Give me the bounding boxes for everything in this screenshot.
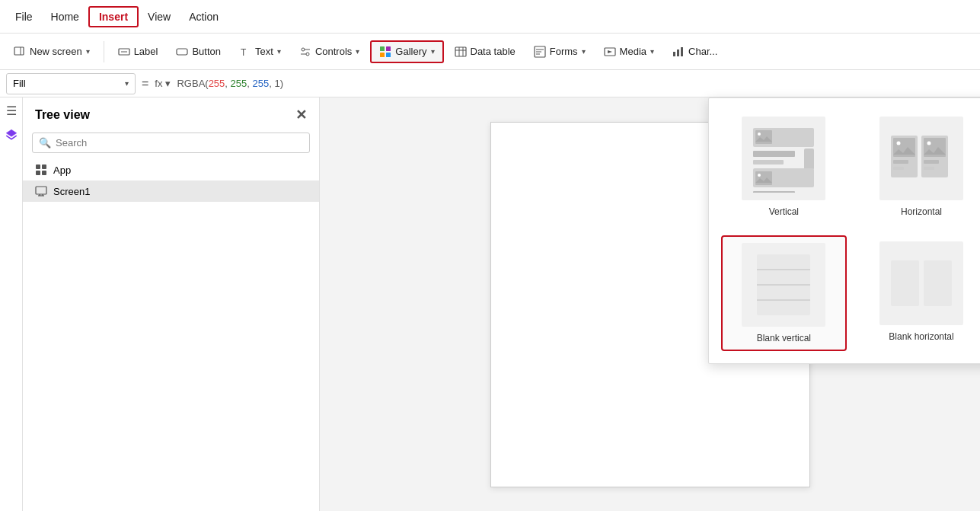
svg-rect-70 (891, 260, 919, 306)
svg-rect-42 (755, 171, 772, 185)
chart-button[interactable]: Char... (665, 42, 725, 62)
gallery-option-vertical[interactable]: Vertical (721, 110, 847, 223)
forms-chevron-icon: ▾ (582, 47, 586, 56)
svg-rect-10 (380, 46, 385, 51)
tree-view-title: Tree view (35, 108, 90, 122)
gallery-option-horizontal-label: Horizontal (901, 206, 942, 217)
svg-rect-53 (924, 167, 934, 170)
gallery-button[interactable]: Gallery ▾ (370, 40, 443, 63)
menubar: File Home Insert View Action (0, 0, 980, 34)
tree-search-container[interactable]: 🔍 (32, 133, 310, 153)
svg-rect-71 (924, 260, 952, 306)
svg-rect-26 (36, 164, 40, 169)
svg-point-46 (896, 142, 900, 145)
label-button[interactable]: Label (110, 42, 166, 62)
svg-rect-0 (14, 47, 24, 55)
menu-insert[interactable]: Insert (88, 6, 139, 27)
svg-rect-12 (380, 53, 385, 57)
svg-rect-25 (681, 47, 683, 56)
screen-icon (35, 185, 47, 197)
gallery-preview-blank-horizontal (879, 241, 963, 325)
tree-item-app[interactable]: App (23, 159, 319, 180)
button-button[interactable]: Button (168, 42, 228, 62)
svg-rect-30 (36, 187, 46, 194)
svg-point-6 (302, 48, 305, 51)
controls-icon (299, 46, 311, 58)
svg-rect-29 (42, 171, 46, 175)
search-input[interactable] (56, 137, 303, 149)
media-button[interactable]: Media ▾ (596, 42, 662, 62)
new-screen-button[interactable]: New screen ▾ (6, 42, 97, 62)
hamburger-icon[interactable]: ☰ (6, 104, 17, 118)
media-chevron-icon: ▾ (650, 47, 654, 56)
menu-view[interactable]: View (139, 8, 180, 26)
svg-point-41 (758, 133, 761, 136)
gallery-option-horizontal[interactable]: Horizontal (859, 110, 980, 223)
svg-rect-39 (753, 191, 795, 193)
formula-bar: Fill ▾ = fx ▾ RGBA(255, 255, 255, 1) (0, 70, 980, 97)
gallery-option-blank-vertical-label: Blank vertical (757, 333, 811, 343)
canvas-area: Vertical (320, 97, 980, 511)
controls-chevron-icon: ▾ (356, 47, 359, 56)
layers-icon[interactable] (4, 127, 19, 142)
menu-home[interactable]: Home (42, 8, 88, 26)
svg-rect-28 (36, 171, 40, 175)
svg-point-51 (927, 142, 931, 145)
fill-dropdown-chevron: ▾ (125, 79, 129, 88)
svg-rect-36 (753, 160, 784, 164)
svg-text:T: T (241, 47, 247, 58)
main-area: ☰ Tree view ✕ 🔍 App (0, 97, 980, 511)
gallery-preview-horizontal (879, 117, 963, 200)
text-chevron-icon: ▾ (277, 47, 281, 56)
gallery-grid: Vertical (721, 110, 980, 351)
new-screen-chevron-icon: ▾ (86, 47, 90, 56)
forms-icon (534, 46, 546, 58)
tree-item-screen1[interactable]: Screen1 (23, 180, 319, 202)
svg-rect-23 (673, 52, 675, 56)
controls-button[interactable]: Controls ▾ (292, 42, 367, 62)
gallery-chevron-icon: ▾ (431, 47, 435, 56)
data-table-button[interactable]: Data table (447, 42, 523, 62)
sidebar-strip: ☰ (0, 97, 23, 511)
svg-rect-48 (893, 167, 904, 170)
data-table-icon (455, 46, 467, 58)
fill-dropdown[interactable]: Fill ▾ (6, 73, 136, 94)
svg-rect-52 (924, 160, 939, 164)
fx-chevron-icon: ▾ (165, 78, 171, 89)
svg-rect-35 (753, 151, 795, 157)
gallery-preview-vertical (742, 117, 825, 200)
forms-button[interactable]: Forms ▾ (526, 42, 593, 62)
svg-point-43 (758, 174, 761, 177)
formula-fx[interactable]: fx ▾ (155, 78, 171, 89)
app-icon (35, 164, 47, 176)
svg-rect-13 (386, 53, 391, 57)
svg-rect-27 (42, 164, 46, 169)
gallery-icon (379, 46, 391, 58)
gallery-option-vertical-label: Vertical (769, 206, 799, 217)
menu-action[interactable]: Action (180, 8, 228, 26)
menu-file[interactable]: File (6, 8, 42, 26)
svg-rect-47 (893, 160, 908, 164)
chart-icon (672, 46, 685, 58)
media-icon (604, 46, 616, 58)
text-icon: T (239, 46, 251, 58)
toolbar-separator-1 (104, 41, 104, 62)
svg-rect-4 (177, 49, 187, 55)
gallery-option-blank-vertical[interactable]: Blank vertical (721, 235, 847, 351)
tree-panel: Tree view ✕ 🔍 App Screen1 (23, 97, 320, 511)
svg-point-7 (306, 53, 309, 56)
text-button[interactable]: T Text ▾ (231, 42, 289, 62)
formula-equals: = (142, 77, 148, 91)
formula-value: RGBA(255, 255, 255, 1) (177, 78, 283, 89)
gallery-option-blank-horizontal[interactable]: Blank horizontal (859, 235, 980, 351)
gallery-dropdown: Vertical (708, 97, 980, 364)
new-screen-icon (14, 46, 26, 58)
gallery-option-blank-horizontal-label: Blank horizontal (889, 331, 953, 342)
gallery-preview-blank-vertical (742, 243, 825, 327)
svg-rect-14 (455, 47, 466, 56)
svg-rect-40 (755, 130, 772, 144)
tree-close-icon[interactable]: ✕ (295, 107, 307, 123)
fx-label: fx (155, 78, 162, 89)
search-icon: 🔍 (39, 137, 51, 149)
svg-rect-24 (677, 50, 679, 56)
